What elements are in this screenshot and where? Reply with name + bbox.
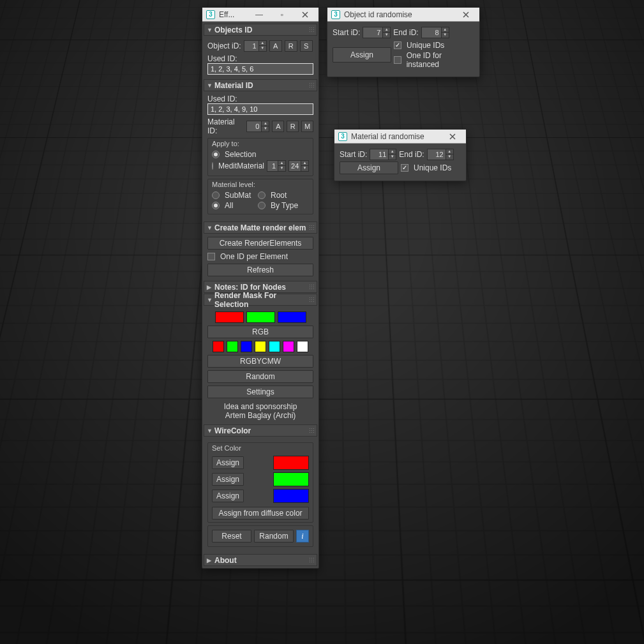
caret-down-icon: ▼ — [207, 225, 213, 231]
swatch-cyan[interactable] — [269, 341, 280, 352]
rollout-title: Objects ID — [214, 26, 252, 34]
material-randomise-window: 3 Material id randomise Start iD: 11 ▲▼ … — [334, 129, 467, 181]
window-title: Object id randomise — [344, 10, 453, 19]
random-r-button[interactable]: R — [285, 40, 297, 52]
end-id-spinner[interactable]: 12 ▲▼ — [427, 149, 454, 160]
app-icon: 3 — [206, 10, 215, 19]
start-id-spinner[interactable]: 7 ▲▼ — [363, 27, 391, 38]
select-s-button[interactable]: S — [300, 40, 313, 52]
radio-bytype[interactable] — [258, 202, 266, 209]
titlebar[interactable]: 3 Eff... — ▫ — [202, 8, 318, 22]
radio-root[interactable] — [258, 191, 266, 199]
unique-ids-checkbox[interactable] — [394, 41, 401, 49]
end-id-spinner[interactable]: 8 ▲▼ — [421, 27, 449, 38]
caret-down-icon: ▼ — [207, 297, 213, 303]
maximize-button[interactable]: ▫ — [273, 9, 292, 20]
grip-icon — [309, 27, 314, 33]
rollout-about[interactable]: ▶ About — [204, 554, 317, 566]
wire-random-button[interactable]: Random — [254, 530, 294, 543]
assign-diffuse-button[interactable]: Assign from diffuse color — [212, 507, 309, 520]
rollout-title: About — [214, 556, 237, 565]
grip-icon — [309, 82, 314, 89]
grip-icon — [309, 284, 314, 290]
mask-settings-button[interactable]: Settings — [207, 386, 313, 398]
end-id-label: End iD: — [393, 28, 418, 37]
grip-icon — [309, 557, 314, 564]
titlebar[interactable]: 3 Object id randomise — [327, 8, 479, 22]
swatch-magenta[interactable] — [283, 341, 294, 352]
grip-icon — [309, 428, 314, 434]
rollout-wirecolor[interactable]: ▼ WireColor — [204, 424, 317, 437]
caret-right-icon: ▶ — [207, 284, 213, 290]
wire-assign-3[interactable]: Assign — [212, 490, 244, 502]
refresh-button[interactable]: Refresh — [207, 264, 313, 276]
medit-to-spinner[interactable]: 24 ▲▼ — [288, 160, 309, 172]
wire-swatch-red[interactable] — [273, 456, 309, 470]
wire-swatch-blue[interactable] — [273, 489, 309, 503]
radio-selection[interactable] — [212, 151, 220, 158]
app-icon: 3 — [331, 10, 340, 19]
create-elements-button[interactable]: Create RenderElements — [207, 237, 313, 250]
wire-assign-1[interactable]: Assign — [212, 456, 244, 469]
rgbycmw-button[interactable]: RGBYCMW — [207, 355, 313, 368]
rollout-title: Create Matte render elem — [214, 223, 306, 232]
wire-reset-button[interactable]: Reset — [212, 530, 251, 543]
swatch-blue[interactable] — [241, 341, 252, 352]
wire-swatch-green[interactable] — [273, 472, 309, 486]
unique-ids-checkbox[interactable] — [401, 164, 408, 172]
assign-button[interactable]: Assign — [333, 47, 391, 63]
swatch-green[interactable] — [246, 311, 275, 323]
mat-level-label: Material level: — [212, 181, 309, 188]
rollout-matte[interactable]: ▼ Create Matte render elem — [204, 221, 317, 234]
medit-from-spinner[interactable]: 1 ▲▼ — [267, 160, 286, 172]
mat-r-button[interactable]: R — [287, 121, 299, 132]
assign-a-button[interactable]: A — [269, 40, 282, 52]
one-id-instanced-checkbox[interactable] — [394, 56, 401, 64]
grip-icon — [309, 297, 314, 303]
mat-used-field[interactable]: 1, 2, 3, 4, 9, 10 — [207, 103, 313, 115]
info-button[interactable]: i — [296, 530, 309, 543]
object-randomise-window: 3 Object id randomise Start iD: 7 ▲▼ End… — [327, 7, 480, 77]
rollout-mask[interactable]: ▼ Render Mask For Selection — [204, 294, 317, 306]
set-color-label: Set Color — [212, 444, 309, 452]
rollout-title: WireColor — [214, 426, 251, 435]
caret-right-icon: ▶ — [207, 557, 213, 564]
material-id-spinner[interactable]: 0 ▲▼ — [246, 121, 269, 132]
close-button[interactable] — [456, 9, 476, 20]
swatch-white[interactable] — [297, 341, 308, 352]
grip-icon — [309, 225, 314, 231]
one-id-checkbox[interactable] — [207, 253, 215, 260]
radio-all[interactable] — [212, 202, 220, 209]
rollout-material-id[interactable]: ▼ Material ID — [204, 79, 317, 91]
app-icon: 3 — [338, 132, 347, 141]
sponsor-line1: Idea and sponsorship — [207, 402, 313, 411]
close-button[interactable] — [296, 9, 315, 20]
radio-submat[interactable] — [212, 191, 220, 199]
rollout-objects-id[interactable]: ▼ Objects ID — [204, 24, 317, 36]
start-id-label: Start iD: — [340, 150, 367, 159]
rgb-button[interactable]: RGB — [207, 326, 313, 338]
swatch-yellow[interactable] — [255, 341, 266, 352]
wire-assign-2[interactable]: Assign — [212, 473, 244, 486]
assign-button[interactable]: Assign — [340, 161, 398, 174]
close-button[interactable] — [443, 131, 462, 142]
caret-down-icon: ▼ — [207, 27, 213, 33]
end-id-label: End iD: — [399, 150, 424, 159]
swatch-green[interactable] — [227, 341, 238, 352]
start-id-spinner[interactable]: 11 ▲▼ — [370, 149, 396, 160]
close-icon — [302, 11, 308, 18]
mat-m-button[interactable]: M — [301, 121, 313, 132]
swatch-blue[interactable] — [278, 311, 306, 323]
radio-medit[interactable] — [212, 162, 213, 170]
minimize-button[interactable]: — — [250, 9, 269, 20]
used-id-field[interactable]: 1, 2, 3, 4, 5, 6 — [207, 63, 313, 75]
titlebar[interactable]: 3 Material id randomise — [334, 130, 466, 144]
mat-a-button[interactable]: A — [272, 121, 284, 132]
rollout-title: Material ID — [214, 81, 253, 90]
swatch-red[interactable] — [215, 311, 244, 323]
close-icon — [463, 11, 469, 18]
swatch-red[interactable] — [213, 341, 224, 352]
mask-random-button[interactable]: Random — [207, 370, 313, 383]
object-id-spinner[interactable]: 1 ▲▼ — [244, 40, 267, 52]
rollout-title: Notes: ID for Nodes — [214, 283, 286, 292]
